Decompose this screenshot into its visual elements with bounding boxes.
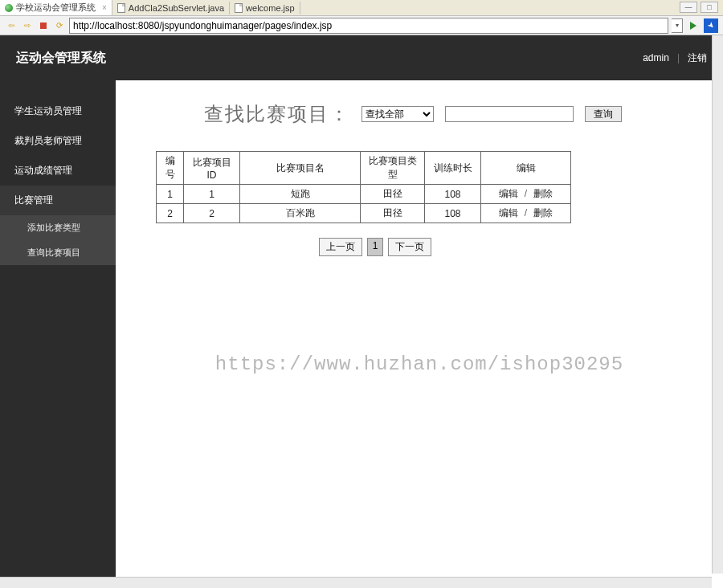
stop-icon: [40, 22, 47, 29]
th-operation: 编辑: [481, 152, 571, 185]
external-button[interactable]: ➤: [704, 18, 718, 33]
play-icon: [690, 22, 696, 30]
cell-index: 2: [157, 204, 184, 223]
divider: |: [677, 52, 680, 63]
forward-button[interactable]: ⇨: [21, 19, 34, 32]
cell-name: 百米跑: [240, 204, 361, 223]
ide-tab-label: AddCla2SubServlet.java: [129, 3, 224, 13]
ide-tab-bar: 学校运动会管理系统 × AddCla2SubServlet.java welco…: [0, 0, 723, 16]
external-icon: ➤: [705, 20, 716, 31]
search-button[interactable]: 查询: [585, 106, 622, 122]
cell-duration: 108: [425, 185, 481, 204]
pager-current: 1: [367, 238, 384, 256]
th-name: 比赛项目名: [240, 152, 361, 185]
edit-link[interactable]: 编辑: [499, 207, 518, 218]
results-table: 编号 比赛项目ID 比赛项目名 比赛项目类型 训练时长 编辑 1 1 短跑 田径: [156, 151, 571, 223]
sidebar-item-scores[interactable]: 运动成绩管理: [0, 156, 116, 186]
edit-link[interactable]: 编辑: [499, 188, 518, 199]
ide-tab-app[interactable]: 学校运动会管理系统 ×: [0, 0, 112, 15]
cell-index: 1: [157, 185, 184, 204]
file-icon: [235, 3, 243, 13]
ide-tab-label: 学校运动会管理系统: [16, 2, 96, 14]
stop-button[interactable]: [37, 19, 50, 32]
cell-type: 田径: [361, 185, 425, 204]
sidebar-sub-query-item[interactable]: 查询比赛项目: [0, 240, 116, 265]
scrollbar-horizontal[interactable]: [0, 577, 712, 588]
sidebar-item-competition[interactable]: 比赛管理: [0, 186, 116, 215]
back-button[interactable]: ⇦: [5, 19, 18, 32]
content-area: 查找比赛项目： 查找全部 查询 编号 比赛项目ID 比赛项目名 比赛项目类型 训…: [116, 80, 723, 588]
cell-id: 1: [184, 185, 240, 204]
cell-id: 2: [184, 204, 240, 223]
user-label[interactable]: admin: [643, 52, 669, 63]
pager-prev[interactable]: 上一页: [319, 238, 362, 256]
url-dropdown[interactable]: ▾: [672, 18, 683, 33]
search-title: 查找比赛项目：: [204, 101, 350, 127]
watermark: https://www.huzhan.com/ishop30295: [116, 353, 723, 375]
op-separator: /: [525, 207, 527, 218]
app-title: 运动会管理系统: [16, 50, 106, 67]
sidebar-sub-add-type[interactable]: 添加比赛类型: [0, 215, 116, 240]
cell-operation: 编辑 / 删除: [481, 204, 571, 223]
search-select[interactable]: 查找全部: [362, 106, 434, 122]
close-icon[interactable]: ×: [102, 3, 107, 12]
logout-link[interactable]: 注销: [688, 51, 707, 65]
maximize-button[interactable]: □: [701, 2, 718, 13]
th-duration: 训练时长: [425, 152, 481, 185]
ide-tab-jsp[interactable]: welcome.jsp: [230, 2, 300, 14]
cell-duration: 108: [425, 204, 481, 223]
ide-tab-servlet[interactable]: AddCla2SubServlet.java: [112, 2, 230, 14]
search-input[interactable]: [445, 106, 574, 122]
file-icon: [117, 3, 125, 13]
delete-link[interactable]: 删除: [533, 207, 553, 218]
table-row: 1 1 短跑 田径 108 编辑 / 删除: [157, 185, 571, 204]
sidebar-item-athletes[interactable]: 学生运动员管理: [0, 96, 116, 126]
cell-operation: 编辑 / 删除: [481, 185, 571, 204]
pagination: 上一页 1 下一页: [116, 238, 707, 256]
op-separator: /: [525, 188, 527, 199]
search-row: 查找比赛项目： 查找全部 查询: [204, 101, 707, 127]
pager-next[interactable]: 下一页: [388, 238, 431, 256]
sidebar-item-referees[interactable]: 裁判员老师管理: [0, 126, 116, 156]
ide-tab-label: welcome.jsp: [246, 3, 295, 13]
cell-name: 短跑: [240, 185, 361, 204]
app-header: 运动会管理系统 admin | 注销: [0, 35, 723, 80]
browser-toolbar: ⇦ ⇨ ⟳ ▾ ➤: [0, 16, 723, 35]
sidebar: 学生运动员管理 裁判员老师管理 运动成绩管理 比赛管理 添加比赛类型 查询比赛项…: [0, 80, 116, 588]
cell-type: 田径: [361, 204, 425, 223]
minimize-button[interactable]: —: [680, 2, 697, 13]
th-type: 比赛项目类型: [361, 152, 425, 185]
th-id: 比赛项目ID: [184, 152, 240, 185]
globe-icon: [5, 4, 13, 12]
url-input[interactable]: [69, 18, 668, 34]
th-index: 编号: [157, 152, 184, 185]
go-button[interactable]: [686, 18, 701, 33]
table-row: 2 2 百米跑 田径 108 编辑 / 删除: [157, 204, 571, 223]
refresh-button[interactable]: ⟳: [53, 19, 66, 32]
window-controls: — □: [680, 2, 718, 13]
scrollbar-vertical[interactable]: [712, 35, 723, 574]
table-header-row: 编号 比赛项目ID 比赛项目名 比赛项目类型 训练时长 编辑: [157, 152, 571, 185]
delete-link[interactable]: 删除: [533, 188, 553, 199]
